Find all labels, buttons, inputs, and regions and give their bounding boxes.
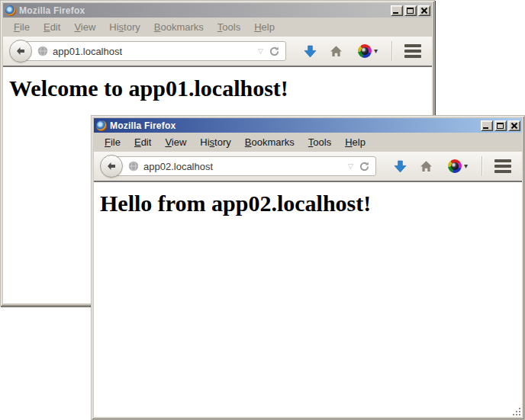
chevron-down-icon: ▾ — [374, 47, 378, 55]
maximize-button[interactable] — [494, 120, 507, 131]
urlbar-dropdown-icon[interactable]: ▽ — [348, 163, 353, 170]
url-text[interactable]: app02.localhost — [143, 161, 213, 172]
menu-bar: File Edit View History Bookmarks Tools H… — [3, 18, 432, 37]
menu-bookmarks[interactable]: Bookmarks — [238, 135, 301, 149]
reload-icon — [269, 46, 280, 57]
home-icon — [420, 160, 433, 173]
minimize-icon — [393, 12, 398, 14]
menu-file[interactable]: File — [98, 135, 127, 149]
close-icon — [420, 8, 428, 14]
toolbar-separator — [391, 41, 392, 61]
reload-button[interactable] — [359, 161, 370, 172]
titlebar[interactable]: Mozilla Firefox — [3, 3, 432, 18]
menu-help[interactable]: Help — [247, 20, 282, 34]
page-heading: Hello from app02.localhost! — [94, 191, 522, 216]
menu-bar: File Edit View History Bookmarks Tools H… — [94, 133, 522, 152]
url-bar[interactable]: app02.localhost ▽ — [111, 156, 376, 176]
globe-icon — [37, 46, 48, 56]
hamburger-menu-icon — [404, 44, 421, 47]
home-button[interactable] — [324, 40, 347, 63]
back-icon — [105, 160, 118, 172]
browser-window-app02: Mozilla Firefox File Edit View History B… — [91, 115, 525, 420]
window-title: Mozilla Firefox — [110, 120, 176, 131]
menu-view[interactable]: View — [67, 20, 102, 34]
menu-history[interactable]: History — [193, 135, 237, 149]
close-button[interactable] — [508, 120, 520, 131]
toolbar-separator — [482, 156, 482, 176]
chevron-down-icon: ▾ — [464, 162, 468, 170]
hamburger-menu-icon — [494, 159, 511, 162]
addon-button[interactable]: ▾ — [442, 155, 474, 178]
download-button[interactable] — [388, 155, 411, 178]
reload-icon — [359, 161, 370, 172]
minimize-icon — [483, 127, 488, 129]
window-controls — [481, 120, 520, 131]
url-bar[interactable]: app01.localhost ▽ — [20, 41, 286, 61]
menu-view[interactable]: View — [158, 135, 193, 149]
firefox-icon — [96, 120, 107, 131]
page-content: Hello from app02.localhost! — [94, 182, 522, 417]
window-controls — [391, 5, 430, 16]
addon-button[interactable]: ▾ — [352, 40, 384, 63]
back-button[interactable] — [100, 155, 123, 178]
globe-icon — [128, 161, 139, 172]
menu-edit[interactable]: Edit — [37, 20, 67, 34]
urlbar-dropdown-icon[interactable]: ▽ — [258, 48, 263, 55]
window-title: Mozilla Firefox — [19, 5, 85, 16]
menu-help[interactable]: Help — [338, 135, 372, 149]
download-icon — [394, 160, 407, 173]
menu-tools[interactable]: Tools — [301, 135, 338, 149]
page-heading: Welcome to app01.localhost! — [3, 75, 432, 101]
navigation-toolbar: app02.localhost ▽ ▾ — [94, 152, 522, 182]
maximize-icon — [407, 8, 414, 14]
close-icon — [511, 123, 518, 129]
menu-edit[interactable]: Edit — [127, 135, 158, 149]
back-button[interactable] — [9, 40, 32, 63]
back-icon — [14, 45, 27, 57]
menu-file[interactable]: File — [7, 20, 37, 34]
home-button[interactable] — [414, 155, 437, 178]
home-icon — [330, 45, 343, 58]
maximize-icon — [497, 123, 504, 129]
menu-tools[interactable]: Tools — [211, 20, 247, 34]
menu-history[interactable]: History — [102, 20, 147, 34]
menu-bookmarks[interactable]: Bookmarks — [147, 20, 211, 34]
resize-grip[interactable] — [511, 406, 520, 415]
open-menu-button[interactable] — [491, 155, 514, 178]
titlebar[interactable]: Mozilla Firefox — [94, 118, 522, 133]
url-text[interactable]: app01.localhost — [53, 46, 122, 57]
download-icon — [304, 45, 317, 58]
maximize-button[interactable] — [404, 5, 417, 16]
close-button[interactable] — [418, 5, 430, 16]
open-menu-button[interactable] — [401, 40, 424, 63]
minimize-button[interactable] — [481, 120, 493, 131]
minimize-button[interactable] — [391, 5, 403, 16]
download-button[interactable] — [298, 40, 321, 63]
color-wheel-icon — [358, 44, 372, 58]
color-wheel-icon — [448, 159, 462, 173]
reload-button[interactable] — [269, 46, 280, 57]
firefox-icon — [5, 5, 16, 16]
navigation-toolbar: app01.localhost ▽ ▾ — [3, 37, 432, 67]
